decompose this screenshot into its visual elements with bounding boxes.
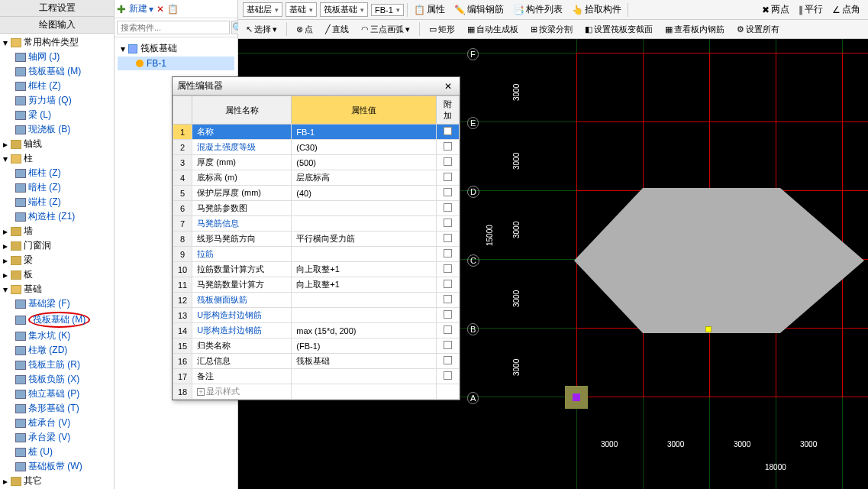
property-row[interactable]: 2混凝土强度等级(C30) [173, 140, 460, 155]
svg-marker-0 [574, 188, 864, 333]
raft-foundation-shape [574, 188, 868, 333]
tree-item[interactable]: 柱墩 (ZD) [2, 343, 112, 358]
tree-item[interactable]: 筏板负筋 (X) [2, 372, 112, 387]
property-row[interactable]: 1名称FB-1 [173, 125, 460, 140]
tree-item[interactable]: 筏板基础 (M) [2, 64, 112, 79]
delete-icon[interactable]: ✕ [156, 4, 164, 15]
property-row[interactable]: 7马凳筋信息 [173, 216, 460, 232]
search-input[interactable] [117, 21, 230, 34]
property-row[interactable]: 13U形构造封边钢筋 [173, 308, 460, 323]
point-angle-button[interactable]: ∠点角 [829, 2, 863, 17]
tree-item[interactable]: 剪力墙 (Q) [2, 93, 112, 108]
beam-split-button[interactable]: ⊞按梁分割 [528, 23, 576, 36]
view-rebar-button[interactable]: ▦查看板内钢筋 [662, 23, 728, 36]
dialog-close-button[interactable]: ✕ [441, 81, 455, 92]
dim-v-1: 3000 [512, 84, 521, 101]
raft-icon [128, 44, 137, 53]
tree-item[interactable]: ▸板 [2, 267, 112, 282]
tree-item[interactable]: ▾常用构件类型 [2, 35, 112, 50]
dim-h-total: 18000 [765, 463, 786, 471]
property-row[interactable]: 4底标高 (m)层底标高 [173, 170, 460, 186]
property-row[interactable]: 18+显示样式 [173, 384, 460, 400]
tree-item[interactable]: ▸墙 [2, 224, 112, 238]
property-row[interactable]: 17备注 [173, 369, 460, 384]
dim-h-1: 3000 [601, 440, 618, 449]
tree-root-raft[interactable]: ▾ 筏板基础 [118, 40, 234, 57]
tree-item[interactable]: 梁 (L) [2, 108, 112, 122]
tree-item[interactable]: ▾柱 [2, 151, 112, 166]
tree-item-fb1[interactable]: FB-1 [118, 57, 234, 70]
top-toolbar-1: 基础层 基础 筏板基础 FB-1 📋属性 ✏️编辑钢筋 📑构件列表 👆拾取构件 … [238, 0, 868, 20]
axis-c: C [467, 254, 479, 267]
tree-item[interactable]: 桩 (U) [2, 445, 112, 459]
col-add: 附加 [437, 96, 460, 125]
tree-item[interactable]: 暗柱 (Z) [2, 180, 112, 195]
axis-b: B [467, 323, 479, 335]
copy-icon[interactable]: 📋 [167, 4, 179, 15]
tree-item[interactable]: 筏板基础 (M) [2, 311, 112, 329]
property-row[interactable]: 16汇总信息筏板基础 [173, 354, 460, 369]
instance-icon [136, 60, 144, 67]
property-row[interactable]: 15归类名称(FB-1) [173, 338, 460, 354]
tree-item[interactable]: ▸其它 [2, 474, 112, 488]
property-row[interactable]: 5保护层厚度 (mm)(40) [173, 186, 460, 201]
dialog-titlebar[interactable]: 属性编辑器 ✕ [173, 77, 460, 96]
tree-item[interactable]: ▸轴线 [2, 137, 112, 151]
tree-item[interactable]: 基础梁 (F) [2, 296, 112, 311]
tree-item[interactable]: 端柱 (Z) [2, 195, 112, 209]
set-section-button[interactable]: ◧设置筏板变截面 [582, 23, 656, 36]
project-settings-header[interactable]: 工程设置 [0, 0, 114, 17]
edit-rebar-button[interactable]: ✏️编辑钢筋 [451, 2, 507, 17]
tree-item[interactable]: 基础板带 (W) [2, 459, 112, 474]
tree-item[interactable]: 桩承台 (V) [2, 416, 112, 430]
tree-item[interactable]: ▾基础 [2, 282, 112, 296]
col-value: 属性值 [292, 96, 437, 125]
pick-component-button[interactable]: 👆拾取构件 [569, 2, 624, 17]
component-list-button[interactable]: 📑构件列表 [510, 2, 566, 17]
tree-item[interactable]: 构造柱 (Z1) [2, 209, 112, 224]
property-row[interactable]: 10拉筋数量计算方式向上取整+1 [173, 262, 460, 277]
attr-button[interactable]: 📋属性 [411, 2, 448, 17]
tree-item[interactable]: 独立基础 (P) [2, 387, 112, 401]
tree-item[interactable]: 承台梁 (V) [2, 430, 112, 445]
property-row[interactable]: 14U形构造封边钢筋max (15*d, 200) [173, 323, 460, 338]
category-combo[interactable]: 基础 [286, 2, 317, 17]
property-row[interactable]: 3厚度 (mm)(500) [173, 155, 460, 170]
drawing-input-header[interactable]: 绘图输入 [0, 17, 114, 34]
parallel-button[interactable]: ∥平行 [795, 2, 826, 17]
axis-d: D [467, 186, 479, 198]
dialog-title-text: 属性编辑器 [177, 79, 223, 92]
tree-item[interactable]: 筏板主筋 (R) [2, 358, 112, 372]
tree-item[interactable]: 条形基础 (T) [2, 401, 112, 416]
two-point-button[interactable]: ✖两点 [759, 2, 792, 17]
component-tree[interactable]: ▾常用构件类型轴网 (J)筏板基础 (M)框柱 (Z)剪力墙 (Q)梁 (L)现… [0, 34, 114, 489]
tree-item[interactable]: 现浇板 (B) [2, 122, 112, 137]
new-button[interactable]: 新建 ▾ [129, 2, 153, 15]
property-row[interactable]: 9拉筋 [173, 247, 460, 262]
line-button[interactable]: ╱直线 [322, 23, 352, 36]
rect-button[interactable]: ▭矩形 [426, 23, 458, 36]
type-combo[interactable]: 筏板基础 [320, 2, 368, 17]
property-row[interactable]: 6马凳筋参数图 [173, 201, 460, 216]
set-all-button[interactable]: ⚙设置所有 [734, 23, 782, 36]
tree-item[interactable]: 框柱 (Z) [2, 166, 112, 180]
component-instance-tree[interactable]: ▾ 筏板基础 FB-1 [115, 37, 237, 73]
dim-v-4: 3000 [512, 290, 521, 307]
dim-v-3: 3000 [512, 222, 521, 238]
point-button[interactable]: ⊗点 [293, 23, 316, 36]
tree-item[interactable]: 框柱 (Z) [2, 79, 112, 93]
property-row[interactable]: 11马凳筋数量计算方向上取整+1 [173, 277, 460, 293]
property-editor-dialog[interactable]: 属性编辑器 ✕ 属性名称 属性值 附加 1名称FB-12混凝土强度等级(C30)… [172, 76, 460, 400]
tree-item[interactable]: ▸门窗洞 [2, 238, 112, 253]
property-row[interactable]: 12筏板侧面纵筋 [173, 293, 460, 308]
select-button[interactable]: ↖选择 ▾ [243, 23, 280, 36]
arc-button[interactable]: ◠三点画弧 ▾ [358, 23, 413, 36]
tree-item[interactable]: ▸梁 [2, 253, 112, 267]
tree-item[interactable]: 轴网 (J) [2, 50, 112, 64]
property-table[interactable]: 属性名称 属性值 附加 1名称FB-12混凝土强度等级(C30)3厚度 (mm)… [173, 96, 460, 400]
floor-combo[interactable]: 基础层 [243, 2, 282, 17]
instance-combo[interactable]: FB-1 [371, 4, 404, 16]
tree-item[interactable]: 集水坑 (K) [2, 329, 112, 343]
property-row[interactable]: 8线形马凳筋方向平行横向受力筋 [173, 232, 460, 247]
auto-slab-button[interactable]: ▦自动生成板 [464, 23, 521, 36]
